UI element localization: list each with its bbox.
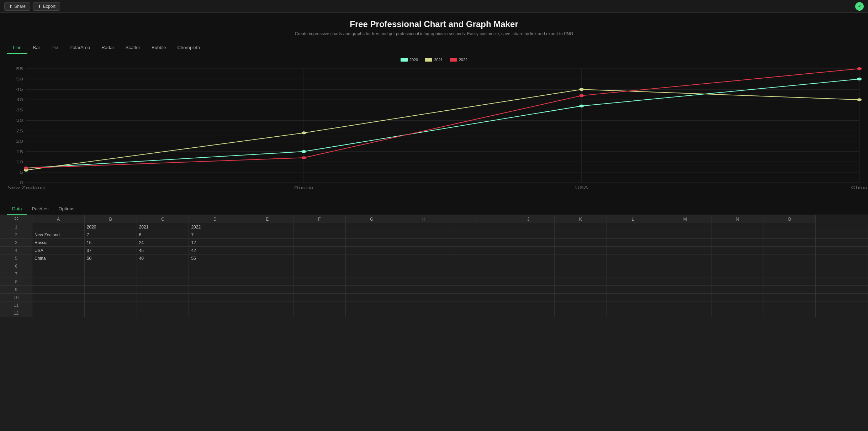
grid-cell[interactable]: [607, 309, 659, 317]
grid-cell[interactable]: [555, 231, 607, 239]
export-button[interactable]: ⬇ Export: [33, 2, 60, 11]
grid-cell[interactable]: [84, 278, 137, 286]
grid-cell[interactable]: USA: [32, 247, 85, 254]
grid-cell[interactable]: [711, 262, 763, 270]
grid-cell[interactable]: [450, 247, 502, 254]
grid-cell[interactable]: [293, 239, 346, 247]
chart-tab-bubble[interactable]: Bubble: [146, 43, 171, 54]
grid-cell[interactable]: [659, 247, 711, 254]
chart-tab-line[interactable]: Line: [7, 43, 27, 54]
grid-cell[interactable]: [659, 278, 711, 286]
grid-cell[interactable]: [241, 254, 293, 262]
grid-cell[interactable]: [607, 231, 659, 239]
grid-cell[interactable]: 12: [189, 239, 241, 247]
grid-cell[interactable]: [241, 231, 293, 239]
grid-cell[interactable]: [189, 309, 241, 317]
grid-cell[interactable]: [607, 294, 659, 301]
chart-tab-bar[interactable]: Bar: [27, 43, 46, 54]
grid-cell[interactable]: [816, 294, 868, 301]
bottom-tab-options[interactable]: Options: [53, 204, 79, 215]
chart-tab-choropleth[interactable]: Choropleth: [172, 43, 206, 54]
bottom-tab-data[interactable]: Data: [7, 204, 27, 215]
grid-cell[interactable]: [816, 231, 868, 239]
grid-cell[interactable]: [555, 239, 607, 247]
grid-cell[interactable]: [555, 278, 607, 286]
grid-cell[interactable]: [450, 262, 502, 270]
grid-cell[interactable]: [659, 223, 711, 231]
grid-cell[interactable]: [555, 286, 607, 294]
grid-cell[interactable]: [345, 294, 398, 301]
grid-cell[interactable]: [711, 231, 763, 239]
grid-cell[interactable]: [241, 294, 293, 301]
grid-cell[interactable]: [607, 247, 659, 254]
grid-cell[interactable]: [450, 286, 502, 294]
chart-tab-pie[interactable]: Pie: [46, 43, 64, 54]
grid-cell[interactable]: [293, 270, 346, 278]
grid-cell[interactable]: [137, 270, 189, 278]
grid-cell[interactable]: [450, 309, 502, 317]
grid-cell[interactable]: [763, 286, 816, 294]
grid-cell[interactable]: [450, 294, 502, 301]
grid-cell[interactable]: [398, 294, 450, 301]
grid-cell[interactable]: [450, 254, 502, 262]
grid-cell[interactable]: [293, 231, 346, 239]
grid-cell[interactable]: [345, 254, 398, 262]
grid-cell[interactable]: [763, 231, 816, 239]
grid-cell[interactable]: [450, 231, 502, 239]
grid-cell[interactable]: [659, 262, 711, 270]
grid-cell[interactable]: [241, 247, 293, 254]
grid-cell[interactable]: [763, 262, 816, 270]
grid-cell[interactable]: [816, 223, 868, 231]
grid-cell[interactable]: [398, 262, 450, 270]
grid-cell[interactable]: [345, 286, 398, 294]
grid-cell[interactable]: [189, 301, 241, 309]
grid-cell[interactable]: [241, 270, 293, 278]
grid-cell[interactable]: [555, 309, 607, 317]
grid-cell[interactable]: [502, 309, 555, 317]
grid-cell[interactable]: [555, 254, 607, 262]
grid-cell[interactable]: [398, 239, 450, 247]
grid-cell[interactable]: [763, 294, 816, 301]
grid-cell[interactable]: [398, 309, 450, 317]
chart-tab-polararea[interactable]: PolarArea: [64, 43, 96, 54]
grid-cell[interactable]: Russia: [32, 239, 85, 247]
share-button[interactable]: ⬆ Share: [4, 2, 30, 11]
grid-cell[interactable]: [32, 262, 85, 270]
grid-cell[interactable]: [816, 239, 868, 247]
grid-cell[interactable]: [659, 301, 711, 309]
grid-cell[interactable]: [241, 262, 293, 270]
grid-cell[interactable]: [84, 270, 137, 278]
grid-cell[interactable]: 6: [137, 231, 189, 239]
grid-cell[interactable]: [345, 247, 398, 254]
grid-cell[interactable]: [398, 247, 450, 254]
grid-cell[interactable]: [763, 254, 816, 262]
grid-cell[interactable]: [32, 301, 85, 309]
grid-cell[interactable]: [450, 270, 502, 278]
grid-cell[interactable]: [711, 254, 763, 262]
grid-cell[interactable]: [659, 254, 711, 262]
grid-cell[interactable]: [659, 270, 711, 278]
grid-cell[interactable]: [763, 270, 816, 278]
grid-cell[interactable]: [32, 270, 85, 278]
grid-cell[interactable]: [398, 301, 450, 309]
grid-cell[interactable]: [450, 278, 502, 286]
grid-cell[interactable]: [502, 270, 555, 278]
grid-cell[interactable]: [555, 223, 607, 231]
grid-cell[interactable]: [32, 294, 85, 301]
grid-cell[interactable]: [555, 247, 607, 254]
grid-cell[interactable]: [450, 301, 502, 309]
grid-cell[interactable]: [137, 262, 189, 270]
grid-cell[interactable]: [84, 301, 137, 309]
grid-cell[interactable]: 50: [84, 254, 137, 262]
grid-cell[interactable]: [555, 262, 607, 270]
grid-cell[interactable]: [763, 278, 816, 286]
chart-tab-radar[interactable]: Radar: [96, 43, 120, 54]
grid-cell[interactable]: [555, 301, 607, 309]
grid-cell[interactable]: [607, 270, 659, 278]
grid-cell[interactable]: [137, 294, 189, 301]
grid-cell[interactable]: [502, 294, 555, 301]
grid-cell[interactable]: [502, 286, 555, 294]
grid-cell[interactable]: [398, 286, 450, 294]
grid-cell[interactable]: [607, 278, 659, 286]
grid-cell[interactable]: [816, 247, 868, 254]
